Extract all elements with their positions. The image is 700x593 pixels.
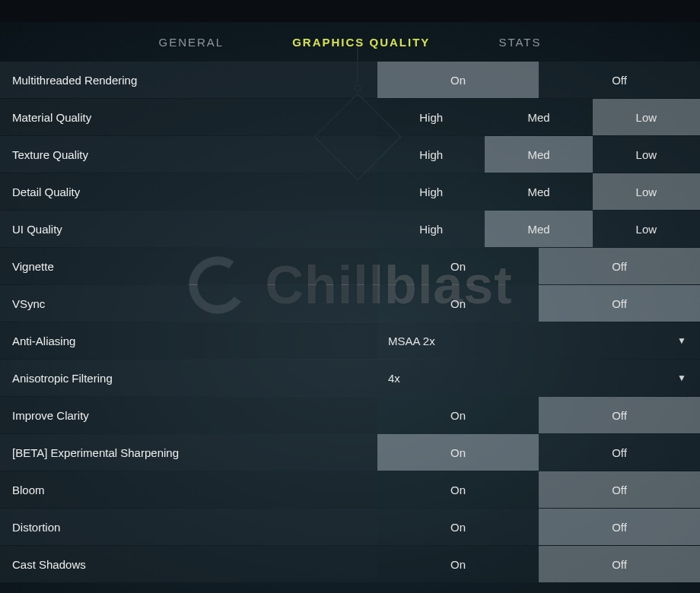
option-off[interactable]: Off <box>539 546 700 582</box>
option-off[interactable]: Off <box>539 62 700 98</box>
tab-general[interactable]: GENERAL <box>158 36 224 49</box>
settings-list: Multithreaded RenderingOnOffMaterial Qua… <box>0 62 700 582</box>
setting-label: [BETA] Experimental Sharpening <box>0 434 377 471</box>
setting-row-vsync: VSyncOnOff <box>0 285 700 322</box>
chevron-down-icon: ▼ <box>677 335 686 346</box>
option-group: HighMedLow <box>377 211 700 247</box>
option-group: OnOff <box>377 62 700 98</box>
setting-row-anti-aliasing: Anti-AliasingMSAA 2x▼ <box>0 322 700 359</box>
setting-row-anisotropic-filtering: Anisotropic Filtering4x▼ <box>0 360 700 396</box>
option-group: OnOff <box>377 285 700 322</box>
setting-label: Material Quality <box>0 99 377 135</box>
dropdown-anti-aliasing[interactable]: MSAA 2x▼ <box>377 322 700 359</box>
option-off[interactable]: Off <box>539 248 700 284</box>
option-on[interactable]: On <box>377 509 539 545</box>
setting-label: Texture Quality <box>0 136 377 173</box>
option-group: HighMedLow <box>377 136 700 173</box>
option-group: OnOff <box>377 434 700 471</box>
setting-row-bloom: BloomOnOff <box>0 471 700 508</box>
setting-label: Vignette <box>0 248 377 284</box>
option-low[interactable]: Low <box>593 136 700 173</box>
option-on[interactable]: On <box>377 285 539 322</box>
option-group: OnOff <box>377 471 700 508</box>
setting-row-improve-clarity: Improve ClarityOnOff <box>0 397 700 433</box>
setting-label: VSync <box>0 285 377 322</box>
setting-label: Bloom <box>0 471 377 508</box>
setting-row-distortion: DistortionOnOff <box>0 509 700 545</box>
option-group: HighMedLow <box>377 173 700 210</box>
setting-row-vignette: VignetteOnOff <box>0 248 700 284</box>
setting-row-multithreaded-rendering: Multithreaded RenderingOnOff <box>0 62 700 98</box>
setting-label: Improve Clarity <box>0 397 377 433</box>
setting-label: Multithreaded Rendering <box>0 62 377 98</box>
setting-row-detail-quality: Detail QualityHighMedLow <box>0 173 700 210</box>
setting-row-texture-quality: Texture QualityHighMedLow <box>0 136 700 173</box>
setting-row-experimental-sharpening: [BETA] Experimental SharpeningOnOff <box>0 434 700 471</box>
option-med[interactable]: Med <box>485 136 592 173</box>
option-high[interactable]: High <box>377 136 485 173</box>
setting-label: Cast Shadows <box>0 546 377 582</box>
option-low[interactable]: Low <box>593 173 700 210</box>
setting-label: UI Quality <box>0 211 377 247</box>
settings-tab-bar: GENERAL GRAPHICS QUALITY STATS <box>0 22 700 62</box>
option-low[interactable]: Low <box>593 99 700 135</box>
option-med[interactable]: Med <box>485 211 592 247</box>
option-on[interactable]: On <box>377 546 539 582</box>
option-on[interactable]: On <box>377 248 539 284</box>
setting-label: Detail Quality <box>0 173 377 210</box>
tab-graphics-quality[interactable]: GRAPHICS QUALITY <box>292 36 430 49</box>
setting-row-ui-quality: UI QualityHighMedLow <box>0 211 700 247</box>
dropdown-value: 4x <box>388 372 400 385</box>
option-group: OnOff <box>377 248 700 284</box>
setting-label: Distortion <box>0 509 377 545</box>
option-high[interactable]: High <box>377 99 485 135</box>
option-off[interactable]: Off <box>539 509 700 545</box>
option-high[interactable]: High <box>377 211 485 247</box>
option-off[interactable]: Off <box>539 434 700 471</box>
dropdown-value: MSAA 2x <box>388 335 435 347</box>
option-off[interactable]: Off <box>539 397 700 433</box>
option-on[interactable]: On <box>377 471 539 508</box>
tab-stats[interactable]: STATS <box>498 36 541 49</box>
setting-label: Anti-Aliasing <box>0 322 377 359</box>
option-med[interactable]: Med <box>485 173 592 210</box>
option-group: OnOff <box>377 397 700 433</box>
dropdown-anisotropic-filtering[interactable]: 4x▼ <box>377 360 700 396</box>
option-on[interactable]: On <box>377 62 539 98</box>
chevron-down-icon: ▼ <box>677 373 686 383</box>
option-group: OnOff <box>377 509 700 545</box>
window-top-bar <box>0 0 700 22</box>
option-off[interactable]: Off <box>539 471 700 508</box>
setting-row-cast-shadows: Cast ShadowsOnOff <box>0 546 700 582</box>
option-group: HighMedLow <box>377 99 700 135</box>
setting-label: Anisotropic Filtering <box>0 360 377 396</box>
option-high[interactable]: High <box>377 173 485 210</box>
option-med[interactable]: Med <box>485 99 592 135</box>
option-off[interactable]: Off <box>539 285 700 322</box>
option-on[interactable]: On <box>377 434 539 471</box>
option-group: OnOff <box>377 546 700 582</box>
option-low[interactable]: Low <box>593 211 700 247</box>
setting-row-material-quality: Material QualityHighMedLow <box>0 99 700 135</box>
option-on[interactable]: On <box>377 397 539 433</box>
